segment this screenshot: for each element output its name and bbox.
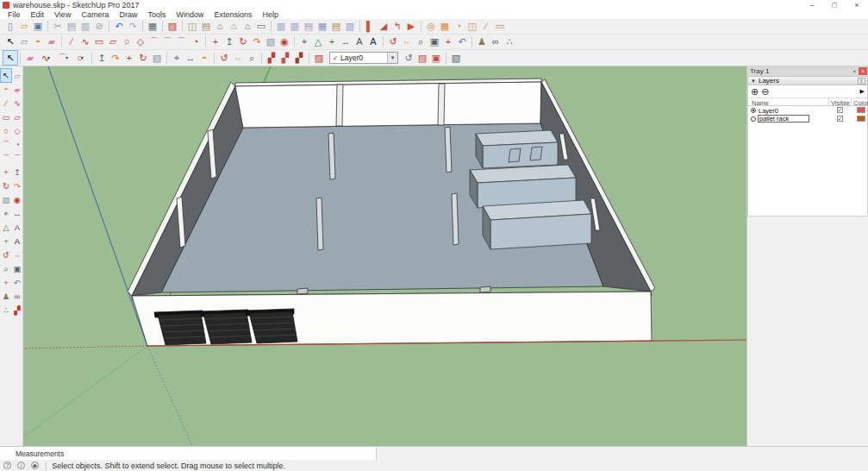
collapse-arrow-icon[interactable]: ▼ — [751, 78, 756, 84]
select-icon[interactable]: ↖ — [1, 69, 11, 82]
section-plane-icon[interactable]: ▞ — [12, 304, 22, 317]
freehand-icon[interactable]: ∿▾ — [37, 51, 54, 65]
threed-text-icon[interactable]: A — [12, 235, 22, 248]
orbit-icon[interactable]: ↺▾ — [386, 35, 400, 49]
zoom-icon[interactable]: ⌕ — [1, 262, 11, 275]
new-icon[interactable]: ▯▾ — [3, 20, 17, 34]
scale-icon[interactable]: ▧ — [1, 193, 11, 206]
separator[interactable]: ▾ — [47, 21, 48, 32]
axes-icon[interactable]: + — [1, 235, 11, 248]
extension-c3-icon[interactable]: ◔▾ — [452, 20, 465, 34]
protractor-icon[interactable]: △ — [1, 221, 11, 234]
rotate-icon[interactable]: ↻▾ — [136, 51, 150, 65]
erase-icon[interactable]: ⊘▾ — [92, 20, 106, 34]
separator[interactable]: ▾ — [359, 21, 360, 32]
freehand-icon[interactable]: ∿ — [12, 97, 22, 110]
rotated-rectangle-icon[interactable]: ▱ — [12, 110, 22, 123]
extension-a2-icon[interactable]: ▥▾ — [288, 20, 302, 34]
look-around-icon[interactable]: ∞ — [12, 290, 22, 303]
pin-icon[interactable]: ▪ — [851, 68, 859, 74]
layer-dropdown[interactable]: ✓ Layer0 ▾ — [329, 52, 398, 64]
separator[interactable]: ▾ — [294, 36, 295, 47]
menu-item[interactable]: Tools — [142, 10, 171, 19]
share-model-icon[interactable]: ⌂▾ — [227, 20, 240, 34]
separator[interactable]: ▾ — [20, 53, 21, 64]
arc-icon[interactable]: ⌒▾ — [54, 51, 72, 65]
walk-icon[interactable]: ∴▾ — [503, 35, 516, 49]
menu-item[interactable]: View — [49, 10, 76, 19]
redo-icon[interactable]: ↷▾ — [126, 20, 140, 34]
rotate-icon[interactable]: ↻ — [1, 179, 11, 192]
separator[interactable]: ▾ — [271, 21, 272, 32]
two-point-arc-icon[interactable]: ⌒ — [1, 152, 11, 165]
paint-bucket-icon[interactable]: ◓ — [1, 83, 11, 96]
layer-active-radio[interactable] — [751, 116, 756, 122]
extension-a5-icon[interactable]: ▤▾ — [329, 20, 343, 34]
minimize-button[interactable]: – — [801, 0, 823, 10]
polygon-icon[interactable]: ◇▾ — [134, 35, 147, 49]
tape-measure-icon[interactable]: ⌖▾ — [297, 35, 311, 49]
component-box-icon[interactable]: ◫▾ — [185, 20, 199, 34]
zoom-extents-icon[interactable]: +▾ — [441, 35, 455, 49]
separator[interactable]: ▾ — [383, 36, 384, 47]
position-camera-icon[interactable]: ♟▾ — [475, 35, 489, 49]
zoom-icon[interactable]: ⌕▾ — [414, 35, 428, 49]
menu-item[interactable]: Help — [257, 10, 284, 19]
scale-icon[interactable]: ▧▾ — [150, 51, 164, 65]
freehand-icon[interactable]: ∿▾ — [78, 35, 92, 49]
polygon-icon[interactable]: ◇ — [12, 124, 22, 137]
extension-b4-icon[interactable]: ▶▾ — [404, 20, 418, 34]
zoom-window-icon[interactable]: ▣ — [12, 262, 22, 275]
previous-view-icon[interactable]: ↶ — [12, 276, 22, 289]
follow-me-icon[interactable]: ↷▾ — [109, 51, 122, 65]
separator[interactable]: ▾ — [309, 53, 309, 64]
move-icon[interactable]: +▾ — [122, 51, 136, 65]
paste-icon[interactable]: ▥▾ — [78, 20, 92, 34]
eraser-icon[interactable]: ▰ — [12, 83, 22, 96]
dimension-icon[interactable]: ↔▾ — [339, 35, 353, 49]
menu-item[interactable]: Extensions — [209, 10, 257, 19]
layers-purge-icon[interactable]: ▨▾ — [415, 51, 429, 65]
add-layer-button[interactable]: ⊕ — [751, 87, 759, 97]
zoom-window-icon[interactable]: ▣▾ — [428, 35, 441, 49]
previous-view-icon[interactable]: ↶▾ — [455, 35, 469, 49]
extension-a4-icon[interactable]: ▦▾ — [315, 20, 329, 34]
tray-header[interactable]: Tray 1 ▪ × — [747, 66, 868, 76]
extension-b3-icon[interactable]: ↰▾ — [390, 20, 404, 34]
circle-icon[interactable]: ○▾ — [120, 35, 134, 49]
extension-c6-icon[interactable]: ▭▾ — [493, 20, 507, 34]
text-icon[interactable]: A — [12, 221, 22, 234]
geolocation-icon[interactable]: i — [17, 462, 25, 469]
extension-b2-icon[interactable]: ◢▾ — [377, 20, 390, 34]
position-camera-icon[interactable]: ♟ — [1, 290, 11, 303]
menu-item[interactable]: Camera — [76, 10, 114, 19]
zoom-icon[interactable]: ⌕▾ — [245, 51, 259, 65]
follow-me-icon[interactable]: ↷ — [12, 179, 22, 192]
rotate-icon[interactable]: ↻▾ — [236, 35, 250, 49]
separator[interactable]: ▾ — [446, 53, 446, 64]
pie-icon[interactable]: ◔ — [12, 138, 22, 151]
zoom-extents-icon[interactable]: + — [1, 276, 11, 289]
make-component-icon[interactable]: ▱▾ — [17, 35, 31, 49]
section-display-icon[interactable]: ▞▾ — [278, 51, 292, 65]
warehouse-home-icon[interactable]: ⌂▾ — [213, 20, 227, 34]
paint-bucket-icon[interactable]: ◓▾ — [31, 35, 45, 49]
rectangle-icon[interactable]: ▭▾ — [92, 35, 106, 49]
follow-me-icon[interactable]: ↷▾ — [250, 35, 264, 49]
arc-icon[interactable]: ⌒▾ — [147, 35, 161, 49]
section-cut-icon[interactable]: ▞▾ — [292, 51, 306, 65]
separator[interactable]: ▾ — [471, 36, 472, 47]
separator[interactable]: ▾ — [214, 53, 215, 64]
three-point-arc-icon[interactable]: ⌒ — [12, 152, 22, 165]
line-icon[interactable]: ∕▾ — [65, 35, 78, 49]
protractor-icon[interactable]: △▾ — [311, 35, 325, 49]
signin-icon[interactable]: ☻ — [31, 462, 39, 469]
layers-update-icon[interactable]: ↺▾ — [402, 51, 415, 65]
separator[interactable]: ▾ — [109, 21, 109, 32]
undo-icon[interactable]: ↶▾ — [112, 20, 126, 34]
push-pull-icon[interactable]: ↥▾ — [222, 35, 236, 49]
orbit-icon[interactable]: ↺▾ — [217, 51, 231, 65]
push-pull-icon[interactable]: ↥▾ — [95, 51, 109, 65]
layer-name-input[interactable] — [758, 115, 809, 122]
menu-item[interactable]: Draw — [114, 10, 142, 19]
